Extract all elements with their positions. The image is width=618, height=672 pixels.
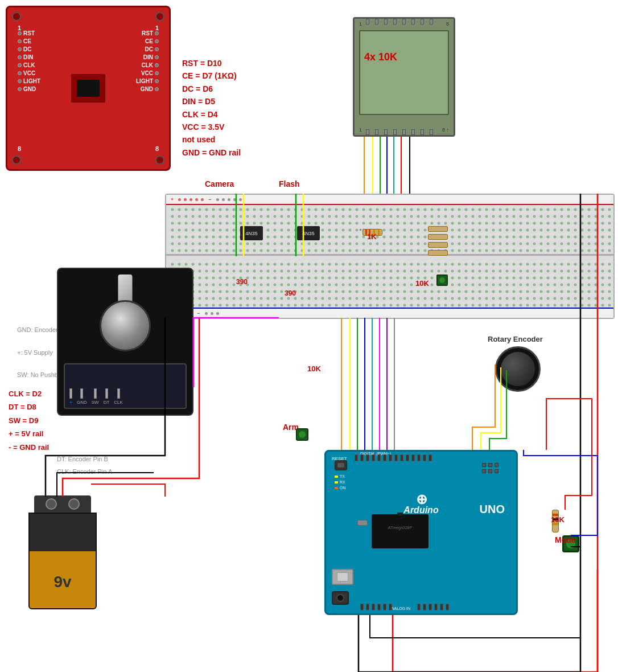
button-arm[interactable] — [296, 428, 308, 441]
screen-pin-1: 1 — [359, 21, 362, 27]
label-clk: CLK = D4 — [182, 108, 241, 121]
label-4x10k: 4x 10K — [364, 51, 397, 63]
pin-label-clk-l: CLK — [23, 62, 35, 68]
pin-label-light-l: LIGHT — [23, 78, 40, 84]
screen-pin-connector — [384, 19, 388, 24]
pin-label-din-r: DIN — [143, 54, 153, 60]
label-10k-bb: 10K — [415, 279, 429, 288]
label-dc: DC = D6 — [182, 83, 241, 95]
nokia-lcd-pcb: RST CE DC DIN CLK VCC — [6, 6, 171, 171]
nokia-display-screen: 1 8 1 8 ↑ — [353, 17, 455, 137]
label-ce: CE = D7 (1KΩ) — [182, 69, 241, 82]
label-rotary-encoder: Rotary Encoder — [488, 335, 543, 343]
encoder-pcb: + GND SW DT CLK — [64, 363, 187, 409]
label-din: DIN = D5 — [182, 95, 241, 108]
breadboard-power-rail-top: + − — [166, 195, 613, 205]
encoder-pcb-pins: + GND SW DT CLK — [69, 388, 123, 405]
enc-conn-sw: SW = D9 — [9, 414, 49, 427]
enc-conn-clk: CLK = D2 — [9, 387, 49, 400]
screen-pin-connector — [421, 19, 424, 24]
encoder-shaft — [118, 274, 133, 303]
arduino-uno: RESET DIGITAL (PWM~) — [324, 450, 518, 615]
pin-number-8-left: 8 — [18, 145, 21, 152]
arduino-digital-pin-connectors — [355, 454, 432, 461]
screen-pin-connector — [421, 129, 424, 135]
pin-label-rst-r: RST — [142, 30, 153, 36]
pin-label-rst-l: RST — [23, 30, 35, 36]
label-gnd: GND = GND rail — [182, 146, 241, 159]
screen-pin-connector — [393, 129, 397, 135]
arduino-usb-connector — [332, 569, 353, 585]
pin-label-dc-r: DC — [145, 46, 153, 52]
bb-dot-grid — [169, 206, 613, 309]
screen-pin-connector — [402, 19, 406, 24]
screen-pin-connector — [366, 19, 369, 24]
rotary-encoder-large: + GND SW DT CLK — [57, 268, 193, 416]
arduino-atmega: ATmega328P — [372, 514, 429, 548]
circuit-diagram: RST CE DC DIN CLK VCC — [0, 0, 618, 672]
pin-connection-labels: RST = D10 CE = D7 (1KΩ) DC = D6 DIN = D5… — [182, 57, 241, 159]
ic-4n35-flash: 4N35 — [297, 226, 320, 240]
pin-number-8-right: 8 — [155, 145, 159, 152]
pin-label-vcc-r: VCC — [141, 70, 153, 76]
label-flash: Flash — [279, 179, 300, 189]
screen-pin-connector — [393, 19, 397, 24]
screen-pin-connector — [366, 129, 369, 135]
battery-positive-terminal — [46, 498, 57, 510]
breadboard-power-rail-bottom: + − — [166, 308, 613, 318]
ic-label-2: 4N35 — [302, 231, 315, 236]
screen-bottom-pins — [366, 129, 433, 135]
arduino-leds: TX RX ON — [335, 474, 346, 490]
screen-bottom-pin-1: 1 — [359, 127, 362, 133]
screen-pin-connector — [384, 129, 388, 135]
enc-clk-label: CLK: Encoder Pin A — [57, 465, 112, 478]
encoder-bottom-labels: DT: Encoder Pin B CLK: Encoder Pin A — [57, 453, 112, 478]
ic-label-1: 4N35 — [245, 231, 258, 236]
label-mode-10k: 10K — [551, 515, 565, 524]
battery-negative-terminal — [68, 498, 80, 510]
left-pin-header: RST CE DC DIN CLK VCC — [18, 30, 40, 92]
arduino-analog-connectors — [417, 604, 449, 610]
button-on-breadboard — [436, 274, 448, 286]
pin-label-clk-r: CLK — [141, 62, 153, 68]
enc-dt-label: DT: Encoder Pin B — [57, 453, 112, 465]
screen-pin-connector — [375, 19, 378, 24]
pin-label-ce-l: CE — [23, 38, 31, 44]
screen-top-pins — [366, 19, 433, 24]
pin-number-1-right: 1 — [155, 24, 159, 31]
battery-body: 9v — [28, 513, 97, 609]
arduino-reset-button[interactable] — [335, 460, 347, 470]
label-vcc: VCC = 3.5V — [182, 121, 241, 133]
label-mode: Mode — [555, 535, 576, 544]
breadboard: + − — [165, 194, 615, 319]
battery-voltage-label: 9v — [53, 573, 71, 591]
mount-hole-tl — [12, 12, 21, 21]
lcd-chip — [71, 74, 105, 103]
pin-label-light-r: LIGHT — [136, 78, 153, 84]
atmega-label: ATmega328P — [388, 526, 412, 530]
screen-display-area — [359, 30, 449, 115]
ic-4n35-camera: 4N35 — [240, 226, 263, 240]
pin-label-dc-l: DC — [23, 46, 31, 52]
screen-pin-connector — [430, 19, 433, 24]
arduino-reset-label: RESET — [332, 456, 347, 461]
mount-hole-tr — [155, 12, 164, 21]
svg-rect-1 — [169, 206, 613, 255]
screen-pin-connector — [375, 129, 378, 135]
pin-label-ce-r: CE — [145, 38, 153, 44]
label-390a: 390 — [236, 278, 248, 286]
arduino-logo: ⊕ Arduino — [403, 491, 438, 515]
pin-label-gnd-r: GND — [141, 86, 153, 92]
arduino-icsp — [482, 463, 499, 474]
svg-rect-2 — [169, 260, 613, 309]
label-not-used: not used — [182, 133, 241, 146]
battery-terminals — [34, 495, 91, 513]
mount-hole-bl — [12, 155, 21, 165]
arduino-model: UNO — [480, 503, 505, 516]
label-390b: 390 — [285, 289, 296, 297]
pin-label-gnd-l: GND — [23, 86, 36, 92]
arduino-crystal — [357, 520, 368, 526]
label-camera: Camera — [205, 179, 234, 189]
encoder-knob — [100, 300, 151, 351]
enc-conn-plus: + = 5V rail — [9, 427, 49, 440]
